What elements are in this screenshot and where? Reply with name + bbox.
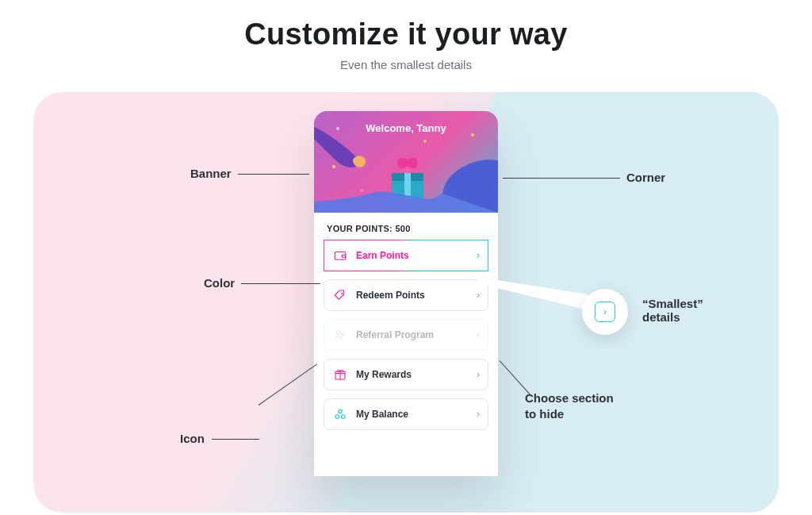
- callout-icon: Icon: [180, 432, 205, 445]
- tile-label: My Rewards: [356, 369, 412, 380]
- svg-rect-10: [335, 252, 346, 260]
- svg-point-4: [423, 140, 427, 143]
- callout-choose-section: Choose section to hide: [525, 390, 614, 423]
- svg-point-12: [341, 293, 343, 294]
- chevron-right-icon: ›: [477, 329, 480, 340]
- callout-banner: Banner: [190, 167, 232, 180]
- pointer-line: [241, 283, 320, 284]
- svg-point-14: [342, 333, 345, 336]
- wallet-icon: [332, 248, 348, 263]
- svg-point-19: [342, 415, 346, 419]
- chevron-right-icon: ›: [477, 369, 480, 380]
- svg-point-0: [336, 127, 339, 130]
- chevron-right-icon: ›: [477, 290, 480, 301]
- tile-my-balance[interactable]: My Balance ›: [324, 398, 488, 430]
- pointer-line: [238, 174, 309, 175]
- tile-label: Redeem Points: [356, 290, 425, 301]
- referral-icon: [332, 327, 348, 343]
- callout-color: Color: [204, 276, 235, 290]
- balance-icon: [332, 406, 348, 422]
- svg-point-1: [471, 133, 474, 136]
- tile-earn-points[interactable]: Earn Points ›: [324, 240, 488, 271]
- banner: Welcome, Tanny: [314, 111, 498, 213]
- stage: Welcome, Tanny: [33, 92, 779, 513]
- tile-referral-program[interactable]: Referral Program ›: [324, 319, 488, 351]
- zoom-chevron-box: ›: [595, 302, 615, 322]
- tile-redeem-points[interactable]: Redeem Points ›: [324, 279, 488, 311]
- svg-point-2: [360, 189, 364, 193]
- tile-list: Earn Points › Redeem Points › Referral P…: [314, 240, 498, 430]
- points-label: YOUR POINTS: 500: [314, 213, 498, 240]
- callout-corner: Corner: [626, 171, 665, 184]
- pointer-line: [212, 439, 259, 440]
- chevron-right-icon: ›: [477, 250, 480, 261]
- chevron-right-icon: ›: [477, 409, 480, 420]
- svg-point-18: [335, 415, 339, 419]
- gift-icon: [332, 367, 348, 382]
- tile-my-rewards[interactable]: My Rewards ›: [324, 359, 488, 390]
- callout-smallest-details: “Smallest” details: [642, 297, 703, 324]
- page-subtitle: Even the smallest details: [0, 58, 812, 71]
- tile-label: My Balance: [356, 409, 408, 420]
- tag-icon: [332, 287, 348, 303]
- svg-point-17: [339, 409, 343, 413]
- pointer-line: [259, 363, 317, 405]
- tile-label: Earn Points: [356, 250, 409, 261]
- page-title: Customize it your way: [0, 17, 812, 52]
- svg-rect-11: [342, 255, 346, 257]
- svg-point-13: [337, 331, 341, 335]
- zoom-circle: ›: [582, 289, 628, 335]
- banner-illustration: [314, 111, 498, 213]
- svg-point-9: [404, 167, 411, 173]
- phone-mock: Welcome, Tanny: [314, 111, 498, 476]
- pointer-line: [503, 178, 620, 179]
- svg-point-5: [332, 165, 335, 168]
- tile-label: Referral Program: [356, 329, 434, 340]
